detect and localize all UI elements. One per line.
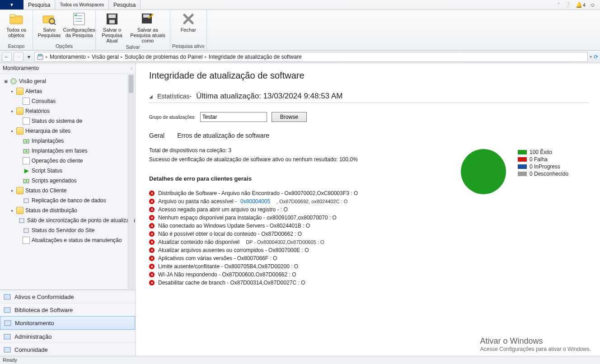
error-icon: ✕ [149, 239, 155, 245]
tree-item-label: Sáb de sincronização de ponto de atualiz… [27, 217, 135, 224]
breadcrumb-sep: ▸ [46, 54, 48, 59]
svg-rect-17 [38, 54, 42, 56]
nav-back-button[interactable]: ← [2, 52, 12, 62]
tree-item[interactable]: Sáb de sincronização de ponto de atualiz… [0, 215, 135, 225]
sidebar-collapse-icon[interactable]: ‹ [131, 66, 132, 71]
tree-item[interactable]: Status do sistema de [0, 116, 135, 126]
error-row: ✕Não é possível obter o local do conteúd… [149, 230, 589, 238]
wunderbar-item[interactable]: Comunidade [0, 343, 135, 356]
error-row: ✕Atualizar arquivos ausentes ou corrompi… [149, 246, 589, 254]
error-extra: DP - Ox80004002,Ox87D00605 : O [246, 239, 324, 245]
content-pane: Integridade de atualização de software ◢… [136, 63, 600, 356]
expand-icon[interactable]: ▸ [10, 109, 14, 113]
expand-icon[interactable]: ▸ [10, 208, 14, 213]
tree-item[interactable]: ▸Hierarquia de sites [0, 126, 135, 136]
svg-rect-1 [10, 14, 15, 17]
tree-item[interactable]: Consultas [0, 96, 135, 106]
refresh-icon[interactable]: ⟳ [594, 54, 598, 60]
ribbon-item-fechar[interactable]: Fechar [174, 11, 203, 42]
tree-item-label: Status do sistema de [32, 118, 82, 124]
tab-geral[interactable]: Geral [149, 132, 164, 139]
ribbon: Todos os objetos Escopo Salvo Pesquisas … [0, 10, 600, 51]
last-update: Última atualização: 13/03/2024 9:48:53 A… [196, 92, 342, 101]
breadcrumb-item[interactable]: Solução de problemas do Painel [125, 54, 203, 60]
breadcrumb-item[interactable]: Visão geral [92, 54, 119, 60]
tree-item[interactable]: ▸Alertas [0, 86, 135, 96]
tree-item[interactable]: Scripts agendados [0, 176, 135, 186]
error-row: ✕Aplicativos com várias versões - Ox8007… [149, 254, 589, 262]
stats-header: ◢ Estatísticas- Última atualização: 13/0… [149, 92, 589, 103]
wunderbar-item[interactable]: Administração [0, 330, 135, 343]
tree-item[interactable]: ▸Status de distribuição [0, 205, 135, 215]
tree-item[interactable]: Atualizações e status de manutenção [0, 235, 135, 245]
chart-legend: 100 Êxito0 Falha0 InProgress0 Desconheci… [518, 149, 568, 178]
tree-item[interactable]: Implantações em fases [0, 146, 135, 156]
expand-icon[interactable]: ▸ [10, 89, 14, 93]
tree-item[interactable]: ▣Visão geral [0, 76, 135, 86]
tree-item[interactable]: ▸Status do Cliente [0, 186, 135, 196]
error-extra: , Ox87D00692, ox8024402C : O [277, 199, 347, 204]
svg-rect-22 [24, 199, 28, 203]
notifications-icon[interactable]: 🔔4 [576, 2, 586, 8]
svg-rect-10 [108, 14, 116, 18]
tree-item-label: Implantações em fases [32, 148, 87, 154]
error-row: ✕Arquivo ou pasta não acessível - 0x8000… [149, 197, 589, 205]
error-text: Aplicativos com várias versões - Ox80070… [158, 255, 277, 261]
nav-forward-button[interactable]: → [14, 52, 23, 62]
pie-chart [461, 149, 506, 194]
nav-dropdown-button[interactable]: ▾ [25, 52, 33, 62]
tree-item[interactable]: Operações do cliente [0, 156, 135, 166]
group-label: Grupo de atualizações: [149, 115, 196, 120]
tree-item[interactable]: Status do Servidor do Site [0, 225, 135, 235]
breadcrumb[interactable]: ▸ Monitoramento ▸ Visão geral ▸ Solução … [34, 52, 588, 62]
chart-area: 100 Êxito0 Falha0 InProgress0 Desconheci… [461, 149, 568, 194]
tree-item[interactable]: ▸Relatórios [0, 106, 135, 116]
wunderbar-label: Comunidade [14, 346, 48, 353]
wunderbar-item[interactable]: Biblioteca de Software [0, 303, 135, 316]
legend-item: 0 Desconhecido [518, 171, 568, 177]
scrollbar[interactable] [128, 75, 134, 289]
legend-item: 0 InProgress [518, 163, 568, 170]
feedback-icon[interactable]: ☺ [590, 2, 595, 8]
titlebar-tab[interactable]: Todos os Workspaces [55, 0, 109, 9]
chevron-up-icon[interactable]: ˄ [558, 2, 560, 7]
breadcrumb-item[interactable]: Monitoramento [50, 54, 86, 60]
ribbon-item-salvo-pesquisas[interactable]: Salvo Pesquisas [35, 11, 64, 42]
ribbon-item-salvar-como[interactable]: Salvar as Pesquisa atuais como [127, 11, 168, 43]
app-menu-handle[interactable]: ▼ [0, 0, 23, 9]
expand-icon[interactable]: ▣ [4, 79, 8, 84]
tree-item-label: Hierarquia de sites [25, 128, 70, 134]
tree-item[interactable]: Implantações [0, 136, 135, 146]
error-icon: ✕ [149, 272, 155, 277]
expand-icon[interactable]: ▸ [10, 188, 14, 193]
browse-button[interactable]: Browse [272, 112, 307, 122]
tree-item-label: Status do Cliente [25, 187, 66, 194]
tree-item-label: Implantações [32, 138, 64, 144]
tree-item-label: Relatórios [25, 108, 50, 114]
globe-icon [10, 78, 17, 85]
error-text: WI-JA Não respondendo - Ox87D00600,Ox87D… [158, 271, 296, 278]
save-icon [105, 12, 119, 26]
svg-rect-2 [43, 16, 54, 23]
tree-item[interactable]: ▶Script Status [0, 166, 135, 176]
tab-erros[interactable]: Erros de atualização de software [177, 132, 269, 139]
expand-icon[interactable]: ▸ [10, 129, 14, 133]
wunderbar-item[interactable]: Ativos e Conformidade [0, 290, 135, 303]
update-group-input[interactable] [200, 112, 267, 122]
legend-item: 0 Falha [518, 156, 568, 163]
error-link[interactable]: 0x80004005 [240, 198, 270, 205]
wunderbar-item[interactable]: Monitoramento [0, 316, 135, 330]
ribbon-item-config-pesquisa[interactable]: Configurações da Pesquisa [65, 11, 94, 42]
tree-item-label: Consultas [32, 98, 56, 104]
tree-item-label: Script Status [32, 168, 62, 174]
ribbon-item-salvar-atual[interactable]: Salvar o Pesquisa Atual [98, 11, 127, 43]
titlebar-tab[interactable]: Pesquisa [109, 0, 141, 9]
collapse-icon[interactable]: ◢ [149, 94, 153, 99]
sync-icon [18, 217, 25, 224]
help-icon[interactable]: ❔ [564, 2, 571, 8]
monitor-icon [4, 319, 11, 327]
breadcrumb-item[interactable]: Integridade de atualização de software [209, 54, 302, 60]
ribbon-item-todos-objetos[interactable]: Todos os objetos [2, 11, 31, 42]
tree-item[interactable]: Replicação de banco de dados [0, 196, 135, 205]
titlebar-tab[interactable]: Pesquisa [23, 0, 55, 9]
